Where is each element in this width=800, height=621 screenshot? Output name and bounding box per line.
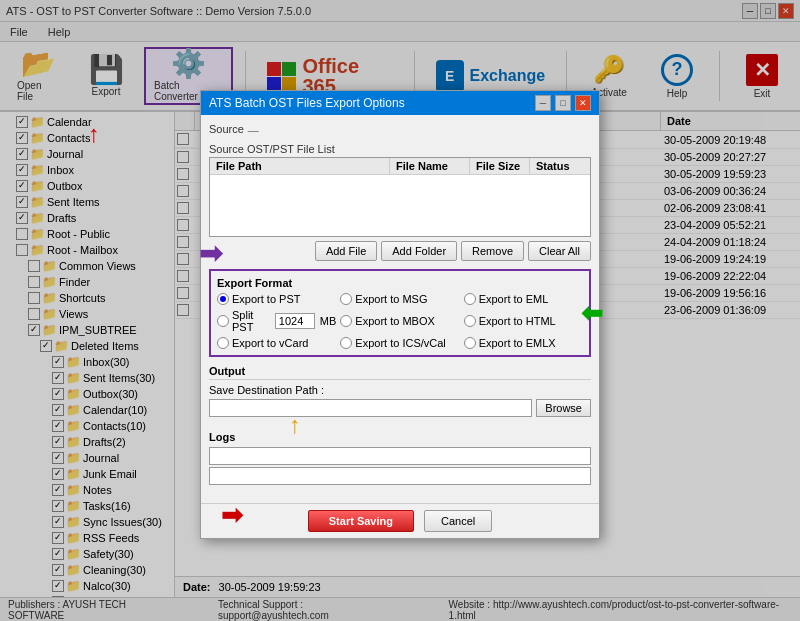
format-html[interactable]: Export to HTML bbox=[464, 309, 583, 333]
export-format-section: Export Format ⬅ Export to PST Export to … bbox=[209, 269, 591, 357]
modal-title: ATS Batch OST Files Export Options bbox=[209, 96, 405, 110]
split-mb-label: MB bbox=[320, 315, 337, 327]
format-grid: Export to PST Export to MSG Export to EM… bbox=[217, 293, 583, 349]
emlx-label: Export to EMLX bbox=[479, 337, 556, 349]
add-file-button[interactable]: Add File bbox=[315, 241, 377, 261]
export-options-modal: ATS Batch OST Files Export Options ─ □ ✕… bbox=[200, 90, 600, 539]
split-pst-label: Split PST bbox=[232, 309, 270, 333]
mbox-radio[interactable] bbox=[340, 315, 352, 327]
format-eml[interactable]: Export to EML bbox=[464, 293, 583, 305]
format-mbox[interactable]: Export to MBOX bbox=[340, 309, 459, 333]
save-path-label: Save Destination Path : bbox=[209, 384, 591, 396]
file-name-col-header: File Name bbox=[390, 158, 470, 174]
format-ics[interactable]: Export to ICS/vCal bbox=[340, 337, 459, 349]
pst-radio[interactable] bbox=[217, 293, 229, 305]
format-msg[interactable]: Export to MSG bbox=[340, 293, 459, 305]
clear-all-button[interactable]: Clear All bbox=[528, 241, 591, 261]
source-section: Source — bbox=[209, 123, 591, 137]
msg-label: Export to MSG bbox=[355, 293, 427, 305]
html-radio[interactable] bbox=[464, 315, 476, 327]
source-file-list-label: Source OST/PST File List bbox=[209, 143, 591, 155]
cancel-button[interactable]: Cancel bbox=[424, 510, 492, 532]
source-label: Source bbox=[209, 123, 244, 135]
msg-radio[interactable] bbox=[340, 293, 352, 305]
output-title: Output bbox=[209, 365, 591, 380]
source-value: — bbox=[248, 124, 259, 136]
file-size-col-header: File Size bbox=[470, 158, 530, 174]
modal-body: Source — Source OST/PST File List File P… bbox=[201, 115, 599, 503]
vcard-radio[interactable] bbox=[217, 337, 229, 349]
file-action-buttons: Add File Add Folder Remove Clear All bbox=[229, 241, 591, 261]
emlx-radio[interactable] bbox=[464, 337, 476, 349]
file-status-col-header: Status bbox=[530, 158, 590, 174]
start-saving-button[interactable]: Start Saving bbox=[308, 510, 414, 532]
logs-section: Logs bbox=[209, 431, 591, 487]
ics-label: Export to ICS/vCal bbox=[355, 337, 445, 349]
vcard-label: Export to vCard bbox=[232, 337, 308, 349]
format-vcard[interactable]: Export to vCard bbox=[217, 337, 336, 349]
save-path-input[interactable] bbox=[209, 399, 532, 417]
export-format-title: Export Format bbox=[217, 277, 583, 289]
file-buttons-container: ➡ Add File Add Folder Remove Clear All bbox=[209, 241, 591, 261]
file-list-header: File Path File Name File Size Status bbox=[210, 158, 590, 175]
pst-label: Export to PST bbox=[232, 293, 300, 305]
format-split-pst[interactable]: Split PST MB bbox=[217, 309, 336, 333]
format-emlx[interactable]: Export to EMLX bbox=[464, 337, 583, 349]
modal-footer: ➡ Start Saving Cancel bbox=[201, 503, 599, 538]
logs-title: Logs bbox=[209, 431, 591, 443]
eml-label: Export to EML bbox=[479, 293, 549, 305]
mbox-label: Export to MBOX bbox=[355, 315, 434, 327]
purple-arrow-indicator: ➡ bbox=[199, 237, 222, 270]
remove-button[interactable]: Remove bbox=[461, 241, 524, 261]
file-list-box: File Path File Name File Size Status bbox=[209, 157, 591, 237]
ics-radio[interactable] bbox=[340, 337, 352, 349]
modal-titlebar: ATS Batch OST Files Export Options ─ □ ✕ bbox=[201, 91, 599, 115]
output-section: Output Save Destination Path : ↑ Browse bbox=[209, 365, 591, 417]
html-label: Export to HTML bbox=[479, 315, 556, 327]
split-pst-input[interactable] bbox=[275, 313, 315, 329]
yellow-arrow-indicator: ↑ bbox=[289, 411, 301, 439]
file-list-body bbox=[210, 175, 590, 231]
red-arrow-indicator: ➡ bbox=[221, 500, 243, 531]
path-row: ↑ Browse bbox=[209, 399, 591, 417]
format-pst[interactable]: Export to PST bbox=[217, 293, 336, 305]
modal-minimize-button[interactable]: ─ bbox=[535, 95, 551, 111]
browse-button[interactable]: Browse bbox=[536, 399, 591, 417]
add-folder-button[interactable]: Add Folder bbox=[381, 241, 457, 261]
modal-maximize-button[interactable]: □ bbox=[555, 95, 571, 111]
eml-radio[interactable] bbox=[464, 293, 476, 305]
log-input-1[interactable] bbox=[209, 447, 591, 465]
green-arrow-indicator: ⬅ bbox=[581, 298, 603, 329]
split-pst-radio[interactable] bbox=[217, 315, 229, 327]
modal-overlay: ATS Batch OST Files Export Options ─ □ ✕… bbox=[0, 0, 800, 621]
file-path-col-header: File Path bbox=[210, 158, 390, 174]
modal-controls: ─ □ ✕ bbox=[535, 95, 591, 111]
log-input-2[interactable] bbox=[209, 467, 591, 485]
modal-close-button[interactable]: ✕ bbox=[575, 95, 591, 111]
